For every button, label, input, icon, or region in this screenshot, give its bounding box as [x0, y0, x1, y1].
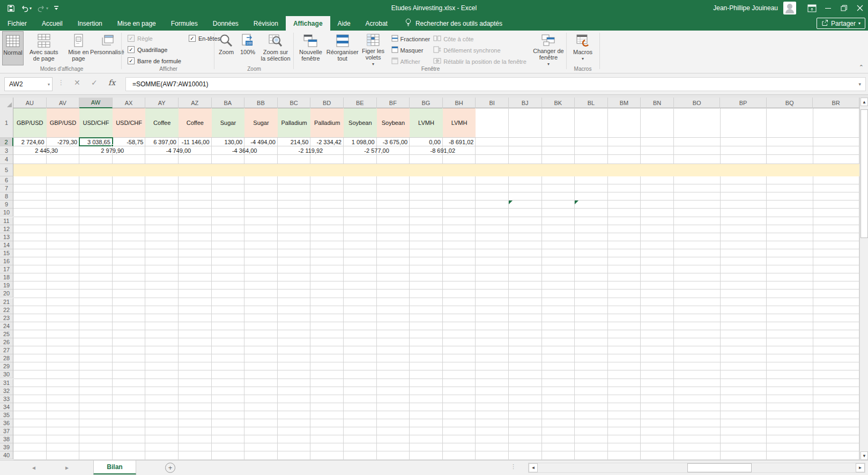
column-header-au[interactable]: AU	[13, 98, 47, 108]
prev-sheet-icon[interactable]: ◄	[31, 465, 36, 471]
column-header-bd[interactable]: BD	[310, 98, 344, 108]
cell-BH1[interactable]: LVMH	[443, 108, 476, 138]
cell-BG1[interactable]: LVMH	[410, 108, 443, 138]
ribbon-tab-accueil[interactable]: Accueil	[34, 16, 70, 31]
save-icon[interactable]	[5, 3, 17, 13]
ribbon-tab-mise-en-page[interactable]: Mise en page	[110, 16, 164, 31]
merged-cell-AU3-AV3[interactable]: 2 445,30	[13, 146, 79, 154]
retablir-la-position-de-la-fenetre-button[interactable]: Rétablir la position de la fenêtre	[433, 56, 526, 67]
defilement-synchrone-button[interactable]: Défilement synchrone	[433, 44, 526, 56]
select-all-corner[interactable]	[0, 98, 13, 108]
reorganiser-tout-button[interactable]: Réorganiser tout	[327, 31, 359, 65]
insert-function-icon[interactable]: fx	[108, 78, 115, 87]
cell-AX1[interactable]: USD/CHF	[113, 108, 146, 138]
column-header-bp[interactable]: BP	[720, 98, 767, 108]
next-sheet-icon[interactable]: ►	[64, 465, 70, 471]
row-header-3[interactable]: 3	[0, 146, 13, 155]
row-header-28[interactable]: 28	[0, 354, 13, 362]
cell-AZ1[interactable]: Coffee	[179, 108, 212, 138]
row-header-30[interactable]: 30	[0, 370, 13, 378]
new-sheet-button[interactable]: +	[165, 463, 175, 473]
row-header-13[interactable]: 13	[0, 233, 13, 241]
column-header-bf[interactable]: BF	[377, 98, 410, 108]
checkbox-barre-de-formule[interactable]: ✓Barre de formule	[128, 55, 181, 66]
100-button[interactable]: 100100%	[237, 31, 258, 65]
row-header-23[interactable]: 23	[0, 314, 13, 322]
enter-icon[interactable]: ✓	[91, 78, 98, 87]
row-header-20[interactable]: 20	[0, 290, 13, 298]
row-header-9[interactable]: 9	[0, 201, 13, 209]
column-header-bj[interactable]: BJ	[509, 98, 542, 108]
row-header-17[interactable]: 17	[0, 265, 13, 273]
zoom-button[interactable]: Zoom	[216, 31, 237, 65]
row-header-8[interactable]: 8	[0, 192, 13, 201]
row-header-40[interactable]: 40	[0, 451, 13, 459]
close-button[interactable]	[852, 0, 868, 16]
column-header-bh[interactable]: BH	[443, 98, 476, 108]
row-header-5[interactable]: 5	[0, 164, 13, 176]
row-header-26[interactable]: 26	[0, 338, 13, 346]
column-header-ay[interactable]: AY	[145, 98, 179, 108]
row-header-11[interactable]: 11	[0, 217, 13, 225]
column-header-be[interactable]: BE	[344, 98, 377, 108]
scroll-left-icon[interactable]: ◄	[529, 463, 538, 472]
cell-AU1[interactable]: GBP/USD	[13, 108, 47, 138]
fill-handle[interactable]	[111, 144, 114, 147]
cell-BB2[interactable]: -4 494,00	[244, 138, 278, 146]
ribbon-tab-acrobat[interactable]: Acrobat	[358, 16, 395, 31]
sheet-tab-bilan[interactable]: Bilan	[93, 461, 136, 474]
ribbon-tab-donnees[interactable]: Données	[205, 16, 246, 31]
column-header-bn[interactable]: BN	[641, 98, 674, 108]
row-header-19[interactable]: 19	[0, 281, 13, 290]
share-button[interactable]: Partager ▾	[817, 18, 865, 29]
row-header-24[interactable]: 24	[0, 322, 13, 330]
cell-BC1[interactable]: Palladium	[278, 108, 311, 138]
formula-bar-splitter[interactable]: ⋮	[58, 79, 65, 86]
column-header-av[interactable]: AV	[47, 98, 80, 108]
row-header-29[interactable]: 29	[0, 362, 13, 370]
row-header-35[interactable]: 35	[0, 411, 13, 419]
horizontal-scrollbar-thumb[interactable]	[687, 463, 752, 472]
column-header-az[interactable]: AZ	[179, 98, 212, 108]
row-header-10[interactable]: 10	[0, 209, 13, 217]
changer-de-fenetre-button[interactable]: Changer de fenêtre▾	[531, 31, 566, 65]
scroll-up-icon[interactable]: ▲	[860, 98, 868, 106]
row-header-14[interactable]: 14	[0, 241, 13, 249]
highlighted-row-5[interactable]	[13, 164, 859, 176]
cell-BB1[interactable]: Sugar	[244, 108, 278, 138]
column-header-bo[interactable]: BO	[674, 98, 721, 108]
column-header-aw[interactable]: AW	[79, 98, 113, 108]
column-header-bc[interactable]: BC	[278, 98, 311, 108]
ribbon-tab-aide[interactable]: Aide	[330, 16, 358, 31]
merged-cell-AW3-AX3[interactable]: 2 979,90	[79, 146, 145, 154]
merged-cell-BE3-BF3[interactable]: -2 577,00	[344, 146, 410, 154]
column-header-bk[interactable]: BK	[542, 98, 575, 108]
column-header-bb[interactable]: BB	[244, 98, 278, 108]
column-headers[interactable]: AUAVAWAXAYAZBABBBCBDBEBFBGBHBIBJBKBLBMBN…	[0, 98, 859, 108]
masquer-button[interactable]: Masquer	[391, 44, 431, 56]
worksheet-grid[interactable]: AUAVAWAXAYAZBABBBCBDBEBFBGBHBIBJBKBLBMBN…	[0, 98, 859, 460]
row-header-4[interactable]: 4	[0, 155, 13, 164]
row-header-36[interactable]: 36	[0, 419, 13, 427]
tell-me-search[interactable]: Rechercher des outils adaptés	[405, 16, 502, 31]
ribbon-tab-insertion[interactable]: Insertion	[70, 16, 110, 31]
cell-BE1[interactable]: Soybean	[344, 108, 377, 138]
macros-button[interactable]: Macros▾	[571, 31, 595, 65]
mise-en-page-button[interactable]: Mise en page	[64, 31, 93, 65]
column-header-bq[interactable]: BQ	[767, 98, 813, 108]
nouvelle-fenetre-button[interactable]: Nouvelle fenêtre	[295, 31, 327, 65]
row-header-15[interactable]: 15	[0, 249, 13, 257]
vertical-scrollbar[interactable]: ▲ ▼	[859, 98, 868, 460]
redo-icon[interactable]: ▾	[35, 3, 50, 13]
cell-BH2[interactable]: -8 691,02	[443, 138, 476, 146]
cell-AY2[interactable]: 6 397,00	[145, 138, 179, 146]
undo-icon[interactable]: ▾	[19, 3, 33, 13]
row-header-18[interactable]: 18	[0, 273, 13, 281]
row-header-1[interactable]: 1	[0, 108, 13, 138]
minimize-button[interactable]	[820, 0, 836, 16]
column-header-ba[interactable]: BA	[212, 98, 245, 108]
ribbon-tab-fichier[interactable]: Fichier	[0, 16, 34, 31]
cell-BD2[interactable]: -2 334,42	[310, 138, 344, 146]
cote-a-cote-button[interactable]: Côte à côte	[433, 33, 526, 44]
cell-BD1[interactable]: Palladium	[310, 108, 344, 138]
